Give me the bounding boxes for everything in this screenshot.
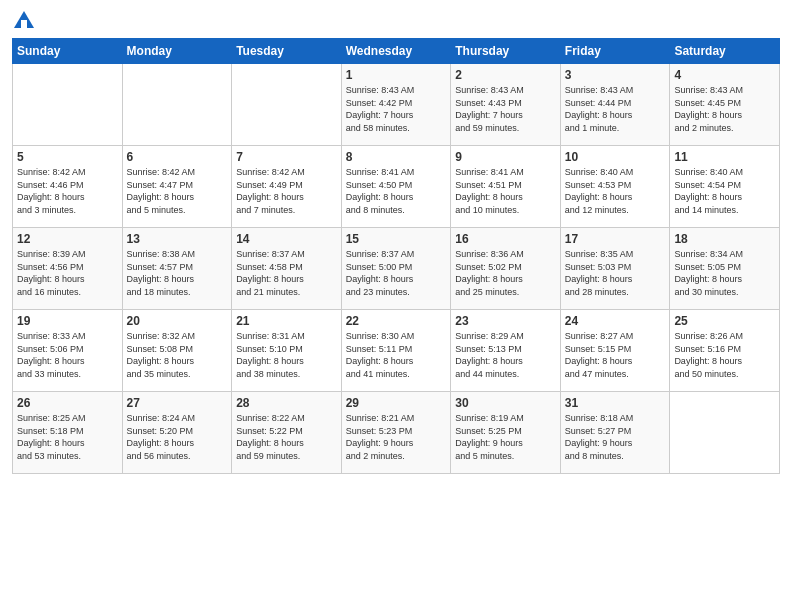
day-number: 8 — [346, 150, 447, 164]
weekday-header: Wednesday — [341, 39, 451, 64]
day-number: 6 — [127, 150, 228, 164]
day-info: Sunrise: 8:43 AM Sunset: 4:44 PM Dayligh… — [565, 84, 666, 134]
calendar-day-cell: 18Sunrise: 8:34 AM Sunset: 5:05 PM Dayli… — [670, 228, 780, 310]
day-number: 14 — [236, 232, 337, 246]
day-info: Sunrise: 8:31 AM Sunset: 5:10 PM Dayligh… — [236, 330, 337, 380]
day-number: 16 — [455, 232, 556, 246]
calendar-day-cell: 1Sunrise: 8:43 AM Sunset: 4:42 PM Daylig… — [341, 64, 451, 146]
calendar-day-cell: 8Sunrise: 8:41 AM Sunset: 4:50 PM Daylig… — [341, 146, 451, 228]
calendar-week-row: 1Sunrise: 8:43 AM Sunset: 4:42 PM Daylig… — [13, 64, 780, 146]
calendar-day-cell: 28Sunrise: 8:22 AM Sunset: 5:22 PM Dayli… — [232, 392, 342, 474]
calendar-day-cell: 14Sunrise: 8:37 AM Sunset: 4:58 PM Dayli… — [232, 228, 342, 310]
weekday-header: Saturday — [670, 39, 780, 64]
day-info: Sunrise: 8:43 AM Sunset: 4:42 PM Dayligh… — [346, 84, 447, 134]
day-info: Sunrise: 8:41 AM Sunset: 4:50 PM Dayligh… — [346, 166, 447, 216]
calendar-week-row: 26Sunrise: 8:25 AM Sunset: 5:18 PM Dayli… — [13, 392, 780, 474]
day-number: 30 — [455, 396, 556, 410]
calendar-day-cell: 12Sunrise: 8:39 AM Sunset: 4:56 PM Dayli… — [13, 228, 123, 310]
day-info: Sunrise: 8:18 AM Sunset: 5:27 PM Dayligh… — [565, 412, 666, 462]
day-info: Sunrise: 8:36 AM Sunset: 5:02 PM Dayligh… — [455, 248, 556, 298]
calendar-day-cell: 11Sunrise: 8:40 AM Sunset: 4:54 PM Dayli… — [670, 146, 780, 228]
calendar-day-cell: 25Sunrise: 8:26 AM Sunset: 5:16 PM Dayli… — [670, 310, 780, 392]
calendar-day-cell: 10Sunrise: 8:40 AM Sunset: 4:53 PM Dayli… — [560, 146, 670, 228]
calendar-day-cell: 5Sunrise: 8:42 AM Sunset: 4:46 PM Daylig… — [13, 146, 123, 228]
svg-rect-1 — [21, 20, 27, 28]
calendar-day-cell — [122, 64, 232, 146]
calendar-day-cell — [670, 392, 780, 474]
day-info: Sunrise: 8:21 AM Sunset: 5:23 PM Dayligh… — [346, 412, 447, 462]
day-info: Sunrise: 8:35 AM Sunset: 5:03 PM Dayligh… — [565, 248, 666, 298]
weekday-header: Sunday — [13, 39, 123, 64]
day-info: Sunrise: 8:40 AM Sunset: 4:53 PM Dayligh… — [565, 166, 666, 216]
calendar-day-cell: 21Sunrise: 8:31 AM Sunset: 5:10 PM Dayli… — [232, 310, 342, 392]
weekday-header: Monday — [122, 39, 232, 64]
day-number: 2 — [455, 68, 556, 82]
day-number: 18 — [674, 232, 775, 246]
calendar-day-cell: 3Sunrise: 8:43 AM Sunset: 4:44 PM Daylig… — [560, 64, 670, 146]
day-number: 20 — [127, 314, 228, 328]
day-number: 26 — [17, 396, 118, 410]
header-row-days: SundayMondayTuesdayWednesdayThursdayFrid… — [13, 39, 780, 64]
day-info: Sunrise: 8:22 AM Sunset: 5:22 PM Dayligh… — [236, 412, 337, 462]
day-number: 19 — [17, 314, 118, 328]
day-number: 24 — [565, 314, 666, 328]
calendar-day-cell: 23Sunrise: 8:29 AM Sunset: 5:13 PM Dayli… — [451, 310, 561, 392]
day-info: Sunrise: 8:25 AM Sunset: 5:18 PM Dayligh… — [17, 412, 118, 462]
day-number: 23 — [455, 314, 556, 328]
day-info: Sunrise: 8:43 AM Sunset: 4:43 PM Dayligh… — [455, 84, 556, 134]
day-number: 1 — [346, 68, 447, 82]
header-row — [12, 10, 780, 30]
day-info: Sunrise: 8:37 AM Sunset: 5:00 PM Dayligh… — [346, 248, 447, 298]
calendar-day-cell — [13, 64, 123, 146]
day-info: Sunrise: 8:41 AM Sunset: 4:51 PM Dayligh… — [455, 166, 556, 216]
calendar-day-cell: 13Sunrise: 8:38 AM Sunset: 4:57 PM Dayli… — [122, 228, 232, 310]
day-info: Sunrise: 8:42 AM Sunset: 4:49 PM Dayligh… — [236, 166, 337, 216]
calendar-day-cell: 30Sunrise: 8:19 AM Sunset: 5:25 PM Dayli… — [451, 392, 561, 474]
day-number: 28 — [236, 396, 337, 410]
day-info: Sunrise: 8:29 AM Sunset: 5:13 PM Dayligh… — [455, 330, 556, 380]
day-info: Sunrise: 8:19 AM Sunset: 5:25 PM Dayligh… — [455, 412, 556, 462]
day-info: Sunrise: 8:43 AM Sunset: 4:45 PM Dayligh… — [674, 84, 775, 134]
day-info: Sunrise: 8:38 AM Sunset: 4:57 PM Dayligh… — [127, 248, 228, 298]
calendar-day-cell: 20Sunrise: 8:32 AM Sunset: 5:08 PM Dayli… — [122, 310, 232, 392]
day-number: 11 — [674, 150, 775, 164]
day-number: 4 — [674, 68, 775, 82]
day-number: 27 — [127, 396, 228, 410]
calendar-day-cell: 16Sunrise: 8:36 AM Sunset: 5:02 PM Dayli… — [451, 228, 561, 310]
day-number: 12 — [17, 232, 118, 246]
calendar-week-row: 12Sunrise: 8:39 AM Sunset: 4:56 PM Dayli… — [13, 228, 780, 310]
day-number: 13 — [127, 232, 228, 246]
calendar-day-cell: 2Sunrise: 8:43 AM Sunset: 4:43 PM Daylig… — [451, 64, 561, 146]
calendar-day-cell: 31Sunrise: 8:18 AM Sunset: 5:27 PM Dayli… — [560, 392, 670, 474]
day-info: Sunrise: 8:42 AM Sunset: 4:47 PM Dayligh… — [127, 166, 228, 216]
calendar-week-row: 5Sunrise: 8:42 AM Sunset: 4:46 PM Daylig… — [13, 146, 780, 228]
day-info: Sunrise: 8:27 AM Sunset: 5:15 PM Dayligh… — [565, 330, 666, 380]
calendar-day-cell: 15Sunrise: 8:37 AM Sunset: 5:00 PM Dayli… — [341, 228, 451, 310]
day-number: 29 — [346, 396, 447, 410]
calendar-day-cell — [232, 64, 342, 146]
day-number: 31 — [565, 396, 666, 410]
calendar-day-cell: 7Sunrise: 8:42 AM Sunset: 4:49 PM Daylig… — [232, 146, 342, 228]
logo-icon — [13, 10, 35, 30]
day-number: 17 — [565, 232, 666, 246]
day-info: Sunrise: 8:30 AM Sunset: 5:11 PM Dayligh… — [346, 330, 447, 380]
calendar-day-cell: 19Sunrise: 8:33 AM Sunset: 5:06 PM Dayli… — [13, 310, 123, 392]
calendar-day-cell: 24Sunrise: 8:27 AM Sunset: 5:15 PM Dayli… — [560, 310, 670, 392]
weekday-header: Friday — [560, 39, 670, 64]
calendar-day-cell: 26Sunrise: 8:25 AM Sunset: 5:18 PM Dayli… — [13, 392, 123, 474]
day-info: Sunrise: 8:42 AM Sunset: 4:46 PM Dayligh… — [17, 166, 118, 216]
day-number: 25 — [674, 314, 775, 328]
calendar-day-cell: 9Sunrise: 8:41 AM Sunset: 4:51 PM Daylig… — [451, 146, 561, 228]
day-number: 7 — [236, 150, 337, 164]
day-number: 5 — [17, 150, 118, 164]
day-number: 3 — [565, 68, 666, 82]
day-number: 15 — [346, 232, 447, 246]
calendar-day-cell: 4Sunrise: 8:43 AM Sunset: 4:45 PM Daylig… — [670, 64, 780, 146]
day-number: 10 — [565, 150, 666, 164]
logo — [12, 10, 36, 30]
calendar-week-row: 19Sunrise: 8:33 AM Sunset: 5:06 PM Dayli… — [13, 310, 780, 392]
weekday-header: Thursday — [451, 39, 561, 64]
day-number: 9 — [455, 150, 556, 164]
day-info: Sunrise: 8:39 AM Sunset: 4:56 PM Dayligh… — [17, 248, 118, 298]
day-info: Sunrise: 8:33 AM Sunset: 5:06 PM Dayligh… — [17, 330, 118, 380]
